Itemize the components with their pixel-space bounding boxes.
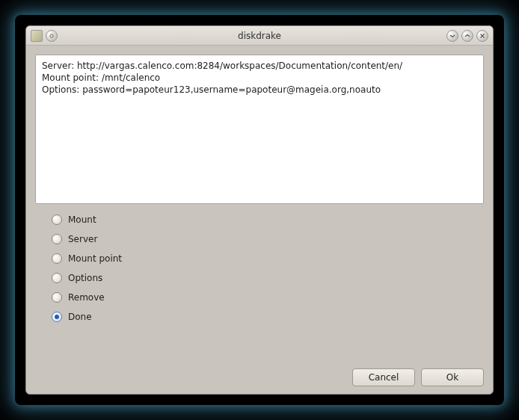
radio-label: Remove — [68, 292, 105, 303]
button-label: Cancel — [369, 372, 399, 383]
radio-icon — [52, 214, 62, 225]
radio-label: Mount — [68, 214, 96, 225]
info-textbox[interactable]: Server: http://vargas.calenco.com:8284/w… — [35, 55, 484, 204]
minimize-button[interactable] — [446, 30, 458, 42]
info-line: Mount point: /mnt/calenco — [42, 72, 160, 83]
radio-icon — [52, 234, 62, 244]
cancel-button[interactable]: Cancel — [352, 368, 415, 386]
ok-button[interactable]: Ok — [421, 368, 484, 386]
maximize-button[interactable] — [461, 30, 473, 42]
dialog-window: diskdrake Server: http://vargas.calenco.… — [25, 25, 494, 395]
action-radio-group: Mount Server Mount point Options Remove — [52, 214, 484, 322]
dialog-content: Server: http://vargas.calenco.com:8284/w… — [26, 46, 493, 394]
button-label: Ok — [446, 372, 458, 383]
radio-label: Options — [68, 273, 102, 283]
radio-done[interactable]: Done — [52, 312, 484, 322]
close-button[interactable] — [476, 30, 488, 42]
radio-icon — [52, 273, 62, 283]
radio-label: Mount point — [68, 253, 122, 264]
svg-point-0 — [50, 34, 53, 37]
radio-mount[interactable]: Mount — [52, 214, 484, 225]
radio-server[interactable]: Server — [52, 234, 484, 244]
radio-icon — [52, 253, 62, 264]
window-title: diskdrake — [26, 31, 493, 41]
radio-label: Done — [68, 312, 92, 322]
radio-mount-point[interactable]: Mount point — [52, 253, 484, 264]
app-icon — [31, 30, 43, 42]
radio-label: Server — [68, 234, 97, 244]
info-line: Server: http://vargas.calenco.com:8284/w… — [42, 61, 402, 71]
radio-options[interactable]: Options — [52, 273, 484, 283]
sticky-button[interactable] — [46, 30, 58, 42]
titlebar: diskdrake — [26, 26, 493, 46]
radio-icon — [52, 312, 62, 322]
radio-icon — [52, 292, 62, 303]
radio-remove[interactable]: Remove — [52, 292, 484, 303]
button-row: Cancel Ok — [35, 361, 484, 386]
info-line: Options: password=papoteur123,username=p… — [42, 84, 381, 95]
